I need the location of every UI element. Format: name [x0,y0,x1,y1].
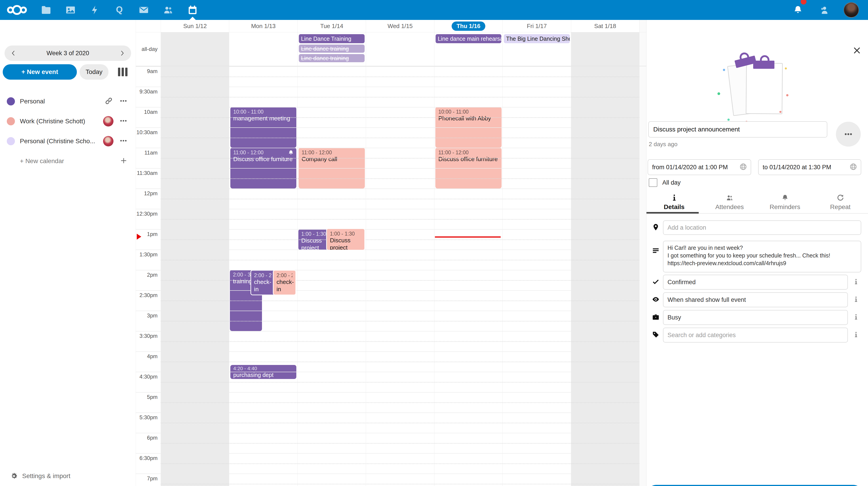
calendar-name: Personal (Christine Scho... [20,138,103,145]
notification-badge [801,0,807,4]
description-textarea[interactable]: Hi Carl! are you in next week? I got som… [663,241,861,273]
day-column-sat[interactable] [571,66,639,486]
all-day-cell[interactable]: The Big Line Dancing Show [502,32,571,66]
update-button[interactable]: Update [648,485,861,486]
all-day-cell[interactable] [366,32,434,66]
end-datetime-input[interactable] [762,164,849,171]
day-column-fri[interactable] [502,66,571,486]
all-day-cell[interactable]: Line dance main rehearsal [434,32,502,66]
info-icon [671,194,678,202]
contacts-menu-icon[interactable] [817,0,831,20]
timezone-globe-icon[interactable] [739,163,747,172]
event-check-in[interactable]: 2:00 - 2:30check-in [273,270,296,295]
all-day-checkbox[interactable]: All day [649,178,681,187]
tab-attendees[interactable]: Attendees [702,192,757,213]
checkbox-box[interactable] [649,178,657,187]
mail-icon[interactable] [131,0,156,20]
all-day-event[interactable]: Line Dance Training [299,34,365,43]
new-event-button[interactable]: + New event [3,64,77,80]
sharer-avatar [103,116,114,126]
user-avatar[interactable] [844,2,859,18]
info-icon[interactable] [852,296,860,304]
view-toggle-icon[interactable] [118,68,127,76]
activity-icon[interactable] [83,0,107,20]
event-purchasing-dept[interactable]: 4:20 - 4:40purchasing dept [230,365,296,379]
calendar-menu-icon[interactable] [119,97,127,106]
previous-week-button[interactable] [4,46,23,61]
share-link-icon[interactable] [105,97,113,106]
event-discuss-office-furniture[interactable]: 11:00 - 12:00Discuss office furniture [230,148,296,189]
all-day-cell[interactable]: Line Dance TrainingLine dance trainingLi… [298,32,366,66]
photos-icon[interactable] [58,0,83,20]
location-input[interactable] [663,220,861,235]
calendar-menu-icon[interactable] [119,117,127,126]
categories-input[interactable] [663,327,848,343]
all-day-event[interactable]: Line dance main rehearsal [436,34,501,43]
contacts-icon[interactable] [156,0,180,20]
time-label: 11am [136,148,161,168]
info-icon[interactable] [852,331,860,339]
next-week-button[interactable] [113,46,131,61]
event-phonecall-with-abby[interactable]: 10:00 - 11:00Phonecall with Abby [435,107,501,148]
new-calendar-button[interactable]: + New calendar [0,151,135,171]
event-actions-icon[interactable] [836,122,861,147]
calendar-item-personal[interactable]: Personal [0,91,135,111]
event-company-call[interactable]: 11:00 - 12:00Company call [299,148,365,189]
day-column-sun[interactable] [161,66,229,486]
all-day-cell[interactable] [229,32,297,66]
day-header-sun[interactable]: Sun 1/12 [161,20,229,32]
time-label: 5pm [136,392,161,412]
calendar-icon[interactable] [180,0,205,20]
calendar-item-work-christine[interactable]: Work (Christine Schott) [0,111,135,131]
app-menu: Q [0,0,205,20]
start-datetime-input[interactable] [652,164,739,171]
day-header-tue[interactable]: Tue 1/14 [298,20,366,32]
eye-icon [652,295,659,304]
categories-row [647,327,868,343]
day-header-wed[interactable]: Wed 1/15 [366,20,434,32]
all-day-event[interactable]: Line dance training [299,54,365,62]
event-management-meeting[interactable]: 10:00 - 11:00management meeting [230,107,296,148]
settings-import-button[interactable]: Settings & import [10,472,70,480]
calendar-name: Work (Christine Schott) [20,118,103,125]
tab-repeat[interactable]: Repeat [813,192,868,213]
talk-icon[interactable]: Q [107,0,131,20]
freebusy-row [647,310,868,325]
info-icon[interactable] [852,314,860,321]
day-header-thu[interactable]: Thu 1/16 [434,20,502,32]
all-day-event[interactable]: The Big Line Dancing Show [504,34,569,43]
timezone-globe-icon[interactable] [849,163,857,172]
event-discuss-office-furniture[interactable]: 11:00 - 12:00Discuss office furniture [435,148,501,189]
tab-reminders[interactable]: Reminders [757,192,813,213]
day-column-thu[interactable]: 10:00 - 11:00Phonecall with Abby11:00 - … [434,66,502,486]
scrollbar-track[interactable] [639,20,646,32]
close-icon[interactable] [852,46,861,56]
tab-details[interactable]: Details [647,192,702,213]
start-datetime-field[interactable] [648,159,751,175]
day-column-wed[interactable] [366,66,434,486]
day-header-fri[interactable]: Fri 1/17 [502,20,571,32]
info-icon[interactable] [852,278,860,286]
week-label: Week 3 of 2020 [23,50,113,57]
day-column-tue[interactable]: 11:00 - 12:00Company call1:00 - 1:30Disc… [298,66,366,486]
visibility-select[interactable] [663,292,848,307]
day-column-mon[interactable]: 10:00 - 11:00management meeting11:00 - 1… [229,66,297,486]
today-button[interactable]: Today [80,64,108,80]
event-discuss-project[interactable]: 1:00 - 1:30Discuss project [326,228,365,251]
files-icon[interactable] [34,0,58,20]
calendar-list: Personal Work (Christine Schott) Persona… [0,91,135,171]
nextcloud-logo-icon[interactable] [0,0,34,20]
freebusy-select[interactable] [663,310,848,325]
status-select[interactable] [663,275,848,290]
event-check-in[interactable]: 2:00 - 2:30check-in [250,270,276,295]
event-title-input[interactable] [648,121,827,138]
notification-bell-icon[interactable] [791,0,805,20]
day-header-sat[interactable]: Sat 1/18 [571,20,639,32]
all-day-cell[interactable] [161,32,229,66]
all-day-event[interactable]: Line dance training [299,45,365,53]
calendar-menu-icon[interactable] [119,137,127,146]
day-header-mon[interactable]: Mon 1/13 [229,20,297,32]
all-day-cell[interactable] [571,32,639,66]
end-datetime-field[interactable] [758,159,861,175]
calendar-item-personal-christine[interactable]: Personal (Christine Scho... [0,131,135,151]
